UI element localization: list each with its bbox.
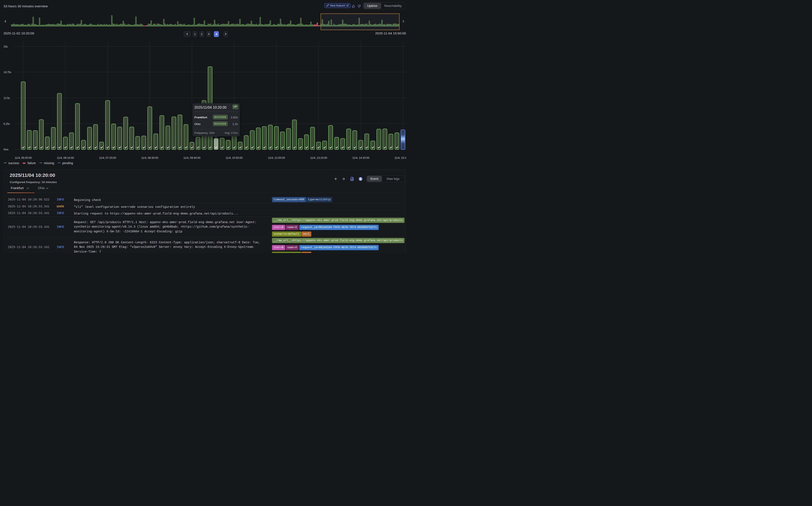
svg-text:LOG: LOG: [351, 179, 353, 180]
